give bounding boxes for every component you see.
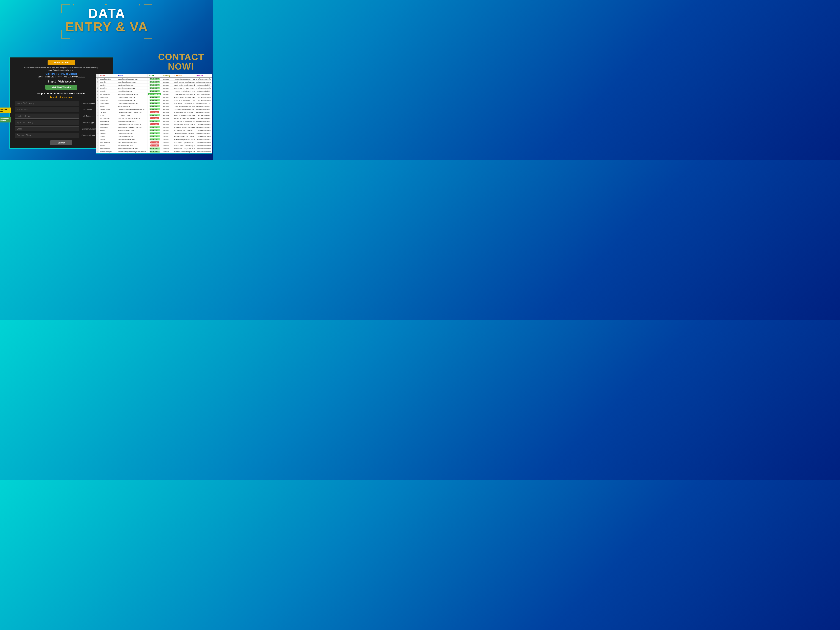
step2-title: Step 2 - Enter Information From Website <box>13 92 109 95</box>
cell-status: BOUNCED <box>148 144 162 147</box>
table-row: 12denise.cross@...denise.cross@cornersto… <box>96 108 212 111</box>
table-row: 8dparretta@...dparretta@valorem.comEMAIL… <box>96 96 212 99</box>
row-number: 2 <box>96 77 99 81</box>
cell-industry: Software <box>162 84 173 87</box>
row-number: 21 <box>96 135 99 138</box>
served-record-line: Served Record ID: 173738585503x415453777… <box>13 76 109 78</box>
company-name-input[interactable] <box>15 101 79 106</box>
open-tab-button[interactable]: Open 2nd Tab <box>47 60 75 65</box>
row-number: 8 <box>96 96 99 99</box>
row-number: 11 <box>96 105 99 108</box>
served-record-id: 173738585503x415453777475928060 <box>53 76 85 78</box>
cell-name: pierre@... <box>99 111 117 114</box>
cell-industry: Software <box>162 138 173 141</box>
cell-name: gene@... <box>99 81 117 84</box>
table-row: 11justin@...justin@infegy.comEMAIL_SENTS… <box>96 105 212 108</box>
field-row-paste-link: - Link To Address <box>15 114 109 118</box>
cell-industry: Software <box>162 87 173 90</box>
cell-industry: Software <box>162 141 173 144</box>
cell-name: sean@... <box>99 138 117 141</box>
cell-industry: Software <box>162 81 173 84</box>
field-row-company-name: - Company Name <box>15 101 109 106</box>
cell-email: jrohr@squareoffs.com <box>117 129 148 132</box>
cell-name: srutledge@... <box>99 126 117 129</box>
contact-now-block: CONTACT NOW! <box>158 52 204 71</box>
cell-position: President and Chief <box>195 90 212 93</box>
cell-email: kevin.mcenery@mceneryautomation.co <box>117 150 148 153</box>
cell-name: anupam.das@... <box>99 147 117 150</box>
company-phone-input[interactable] <box>15 133 79 138</box>
served-record-label: Served Record ID: <box>38 76 53 78</box>
cell-email: rick@awnix.com <box>117 114 148 117</box>
table-row: 3gene@...gene@depthsecurity.comEMAIL_SEN… <box>96 81 212 84</box>
cell-address: SquareOffs LLC | Kansas City, Mi <box>173 129 195 132</box>
cell-email: dparretta@valorem.com <box>117 96 148 99</box>
cell-industry: Software <box>162 111 173 114</box>
cell-status: EMAIL_SENT <box>148 87 162 90</box>
table-row: 23mike.dullea@...mike.dullea@autoalert.c… <box>96 141 212 144</box>
cell-name: blake@... <box>99 135 117 138</box>
cell-status: BOUNCED <box>148 111 162 114</box>
click-copy-link[interactable]: Click Here To Copy ID To Clipboard <box>13 73 109 75</box>
cell-email: econway@adparlor.com <box>117 99 148 102</box>
domain-label: Domain: dodyno.com <box>13 96 109 98</box>
cell-industry: Software <box>162 99 173 102</box>
table-row: 20ngondi@...ngondi@otsi-usa.comEMAIL_SEN… <box>96 132 212 135</box>
contact-line1: CONTACT <box>158 52 204 62</box>
cell-name: sam@... <box>99 84 117 87</box>
svg-text:✦: ✦ <box>72 39 75 40</box>
row-number: 16 <box>96 120 99 123</box>
cell-name: mike.dullea@... <box>99 141 117 144</box>
cell-address: Homebase | Kansas City, Missouri <box>173 135 195 138</box>
cell-address: Awnix Inc | Lees Summit, Missour <box>173 114 195 117</box>
row-number: 9 <box>96 99 99 102</box>
cell-address: THOUGHTi LLC | St. Louis, Misso <box>173 147 195 150</box>
cell-status: EMAIL_SENT <box>148 108 162 111</box>
visit-next-website-button[interactable]: Visit Next Website <box>45 85 77 90</box>
cell-name: robertzieserl@... <box>99 123 117 126</box>
cell-email: justin@infegy.com <box>117 105 148 108</box>
full-address-input[interactable] <box>15 107 79 112</box>
table-row: 2curtis.fisher@...curtis.fisher@proconte… <box>96 77 212 81</box>
cell-position: President and Chief <box>195 132 212 135</box>
paste-link-input[interactable] <box>15 114 79 118</box>
cell-email: robertzieserl@simmachines.com <box>117 123 148 126</box>
row-number: 5 <box>96 87 99 90</box>
cell-address: simMachines Inc | St. Louis, Miss <box>173 123 195 126</box>
col-header-address: Address <box>173 74 195 77</box>
table-row: 14rick@...rick@awnix.comEMAIL_SENTSoftwa… <box>96 114 212 117</box>
cell-email: blake@homebase.ai <box>117 135 148 138</box>
cell-industry: Software <box>162 102 173 105</box>
cell-name: jason@... <box>99 87 117 90</box>
cell-status: EMAIL_SENT <box>148 126 162 129</box>
email-input[interactable] <box>15 126 79 131</box>
row-number: 26 <box>96 150 99 153</box>
cell-status: BOUNCED <box>148 117 162 120</box>
side-label-valid-address: Must be a valid US address <box>0 107 11 114</box>
cell-email: tyoungblood@pathfinderhi.com <box>117 117 148 120</box>
table-row: 21blake@...blake@homebase.aiEMAIL_SENTSo… <box>96 135 212 138</box>
cell-email: anupam.das@thoughti.com <box>117 147 148 150</box>
cell-position: Chief Executive Offic <box>195 150 212 153</box>
submit-button[interactable]: Submit <box>51 140 72 145</box>
cell-email: tmdupriest@sur-tec.com <box>117 120 148 123</box>
col-header-status: Status <box>148 74 162 77</box>
cell-status: EMAIL_SENT <box>148 90 162 93</box>
cell-address: Pathfinder Health Innovations Inc <box>173 117 195 120</box>
table-row: 6scott@...scott@factobot.comEMAIL_SENTSo… <box>96 90 212 93</box>
cell-address: McEnery Automation | St. Louis, I <box>173 150 195 153</box>
company-type-input[interactable] <box>15 120 79 125</box>
cell-address: The Phoenix Group | O'Fallon, Mi <box>173 126 195 129</box>
field-row-full-address: - Full Address <box>15 107 109 112</box>
cell-position: President and Chief <box>195 108 212 111</box>
table-row: 13pierre@...pierre@thinktanksolutionsinc… <box>96 111 212 114</box>
cell-status: EMAIL_SENT <box>148 132 162 135</box>
field-row-company-type: - Company Type <box>15 120 109 125</box>
cell-industry: Software <box>162 126 173 129</box>
title-data: DATA <box>56 7 157 20</box>
cell-status: EMAIL_OPENED <box>148 93 162 96</box>
cell-address: Future Finance Partners | Raytow <box>173 77 195 81</box>
svg-text:✦: ✦ <box>139 3 141 6</box>
table-row: 9econway@...econway@adparlor.comEMAIL_SE… <box>96 99 212 102</box>
row-number: 7 <box>96 93 99 96</box>
